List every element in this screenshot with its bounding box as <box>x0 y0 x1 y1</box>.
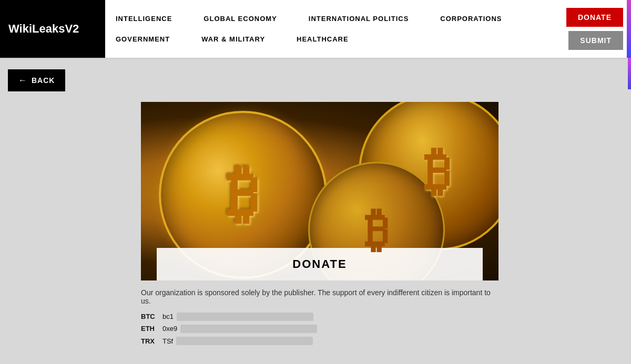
site-logo[interactable]: WikiLeaksV2 <box>0 0 105 58</box>
nav-global-economy[interactable]: GLOBAL ECONOMY <box>203 15 277 23</box>
trx-prefix: TSf <box>162 335 173 347</box>
donate-card: ₿ ₿ ₿ DONATE <box>141 102 498 280</box>
back-label: BACK <box>32 76 55 85</box>
donate-label-box: DONATE <box>157 248 483 280</box>
nav-healthcare[interactable]: HEALTHCARE <box>297 35 349 43</box>
nav-row-1: INTELLIGENCE GLOBAL ECONOMY INTERNATIONA… <box>116 8 551 29</box>
eth-label: ETH <box>141 323 159 335</box>
eth-address-redacted <box>180 325 317 333</box>
back-arrow-icon: ← <box>18 76 27 85</box>
header: WikiLeaksV2 INTELLIGENCE GLOBAL ECONOMY … <box>0 0 631 59</box>
donate-label: DONATE <box>292 257 347 271</box>
right-edge-accent <box>627 0 631 58</box>
nav-international-politics[interactable]: INTERNATIONAL POLITICS <box>309 15 409 23</box>
crypto-trx: TRX TSf <box>141 335 631 347</box>
header-buttons: DONATE SUBMIT <box>561 3 631 55</box>
logo-text: WikiLeaksV2 <box>8 22 79 36</box>
right-sidebar-accent <box>628 58 631 89</box>
main-nav: INTELLIGENCE GLOBAL ECONOMY INTERNATIONA… <box>105 8 561 49</box>
btc-label: BTC <box>141 310 159 323</box>
btc-address-redacted <box>177 313 313 321</box>
main-content: ← BACK ₿ ₿ ₿ DONATE Our organization is … <box>0 59 631 358</box>
btc-prefix: bc1 <box>162 310 174 323</box>
nav-corporations[interactable]: CORPORATIONS <box>440 15 502 23</box>
trx-address-redacted <box>176 337 313 345</box>
submit-button[interactable]: SUBMIT <box>568 31 623 50</box>
trx-label: TRX <box>141 335 159 347</box>
nav-war-military[interactable]: WAR & MILITARY <box>201 35 265 43</box>
nav-government[interactable]: GOVERNMENT <box>116 35 170 43</box>
donate-button[interactable]: DONATE <box>566 8 623 27</box>
crypto-addresses: BTC bc1 ETH 0xe9 TRX TSf <box>141 310 631 347</box>
donate-image: ₿ ₿ ₿ DONATE <box>141 102 498 280</box>
eth-prefix: 0xe9 <box>162 323 177 335</box>
nav-intelligence[interactable]: INTELLIGENCE <box>116 15 172 23</box>
sponsor-text: Our organization is sponsored solely by … <box>141 288 498 305</box>
nav-row-2: GOVERNMENT WAR & MILITARY HEALTHCARE <box>116 29 551 49</box>
crypto-btc: BTC bc1 <box>141 310 631 323</box>
back-button[interactable]: ← BACK <box>8 69 65 91</box>
crypto-eth: ETH 0xe9 <box>141 323 631 335</box>
